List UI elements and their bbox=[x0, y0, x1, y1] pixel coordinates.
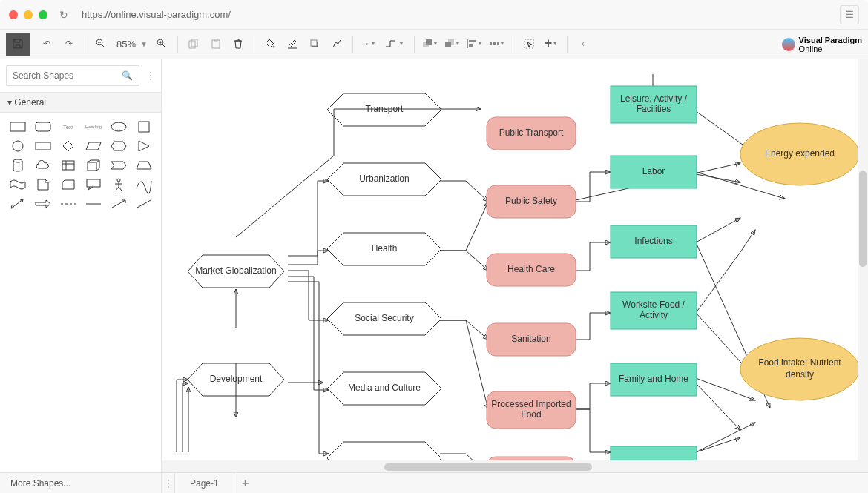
svg-line-40 bbox=[119, 187, 122, 191]
shape-ellipse[interactable] bbox=[110, 120, 128, 133]
node-transport[interactable]: Transport bbox=[366, 104, 404, 114]
page-handle-icon[interactable]: ⋮ bbox=[162, 473, 175, 494]
search-options-icon[interactable]: ⋮ bbox=[146, 70, 155, 81]
shape-heading[interactable]: Heading bbox=[85, 120, 102, 133]
shape-process[interactable] bbox=[34, 139, 52, 153]
svg-rect-32 bbox=[62, 161, 74, 170]
category-general[interactable]: ▾ General bbox=[0, 92, 161, 113]
style-button[interactable] bbox=[326, 33, 348, 56]
svg-rect-25 bbox=[10, 122, 25, 131]
delete-button[interactable] bbox=[227, 33, 249, 56]
node-market[interactable]: Market Globalization bbox=[195, 265, 276, 276]
shape-dashline[interactable] bbox=[59, 197, 77, 211]
window-controls bbox=[9, 10, 47, 19]
connector-type-button[interactable]: → ▼ bbox=[358, 33, 380, 56]
zoom-in-button[interactable] bbox=[151, 33, 173, 56]
node-development[interactable]: Development bbox=[210, 374, 263, 384]
vertical-scrollbar[interactable] bbox=[858, 59, 868, 460]
close-window-icon[interactable] bbox=[9, 10, 18, 19]
shape-curve[interactable] bbox=[135, 178, 153, 191]
shape-diamond[interactable] bbox=[59, 139, 77, 153]
zoom-out-button[interactable] bbox=[90, 33, 112, 56]
align-button[interactable]: ▼ bbox=[464, 33, 486, 56]
shape-triangle[interactable] bbox=[135, 139, 153, 153]
node-labor[interactable]: Labor bbox=[642, 166, 665, 176]
node-social[interactable]: Social Security bbox=[355, 313, 413, 323]
distribute-button[interactable]: ▼ bbox=[486, 33, 508, 56]
shape-callout[interactable] bbox=[85, 178, 102, 191]
svg-point-36 bbox=[117, 179, 120, 182]
shape-table[interactable] bbox=[59, 159, 77, 172]
reload-icon[interactable]: ↻ bbox=[59, 9, 68, 21]
node-leisure2: Facilities bbox=[637, 104, 671, 114]
svg-line-4 bbox=[162, 44, 165, 47]
node-pub-trans[interactable]: Public Transport bbox=[499, 128, 564, 138]
search-icon[interactable]: 🔍 bbox=[122, 70, 133, 81]
shape-trapezoid[interactable] bbox=[135, 159, 153, 172]
minimize-window-icon[interactable] bbox=[24, 10, 33, 19]
more-shapes-link[interactable]: More Shapes... bbox=[0, 473, 162, 493]
shape-rounded[interactable] bbox=[34, 120, 52, 133]
svg-line-1 bbox=[102, 44, 105, 47]
add-button[interactable]: +▼ bbox=[540, 33, 562, 56]
shape-line-thin[interactable] bbox=[85, 197, 102, 211]
sidebar: 🔍 ⋮ ▾ General Text Heading bbox=[0, 59, 162, 472]
shape-cloud[interactable] bbox=[34, 159, 52, 172]
to-back-button[interactable]: ▼ bbox=[441, 33, 464, 56]
menu-icon[interactable]: ☰ bbox=[840, 5, 859, 24]
add-page-button[interactable]: + bbox=[234, 473, 257, 494]
shadow-button[interactable] bbox=[303, 33, 326, 56]
node-urbanization[interactable]: Urbanization bbox=[359, 173, 409, 184]
shape-arrow[interactable] bbox=[34, 197, 52, 211]
shape-cube[interactable] bbox=[85, 159, 102, 172]
node-health[interactable]: Health bbox=[372, 243, 398, 254]
logo-line1: Visual Paradigm bbox=[799, 36, 862, 44]
shape-step[interactable] bbox=[110, 159, 128, 172]
url-bar[interactable]: https://online.visual-paradigm.com/ bbox=[76, 6, 831, 23]
shape-card[interactable] bbox=[59, 178, 77, 191]
shape-actor[interactable] bbox=[110, 178, 128, 191]
fill-button[interactable] bbox=[259, 33, 281, 56]
maximize-window-icon[interactable] bbox=[39, 10, 47, 19]
shape-parallelogram[interactable] bbox=[85, 139, 102, 153]
shape-hexagon[interactable] bbox=[110, 139, 128, 153]
shape-note[interactable] bbox=[34, 178, 52, 191]
shape-rect[interactable] bbox=[9, 120, 27, 133]
save-button[interactable] bbox=[6, 33, 30, 56]
svg-rect-21 bbox=[490, 42, 492, 45]
horizontal-scrollbar[interactable] bbox=[162, 460, 858, 472]
search-input[interactable] bbox=[6, 65, 139, 86]
waypoint-button[interactable]: ▼ bbox=[380, 33, 410, 56]
shape-biarrow[interactable] bbox=[9, 197, 27, 211]
zoom-level[interactable]: 85% bbox=[115, 39, 137, 50]
svg-rect-30 bbox=[36, 142, 50, 150]
node-infections[interactable]: Infections bbox=[634, 236, 672, 246]
paste-button[interactable] bbox=[205, 33, 227, 56]
redo-button[interactable]: ↷ bbox=[58, 33, 80, 56]
node-health-care[interactable]: Health Care bbox=[507, 264, 555, 274]
page-tab-1[interactable]: Page-1 bbox=[175, 473, 234, 493]
shape-square[interactable] bbox=[135, 120, 153, 133]
node-energy[interactable]: Energy expended bbox=[765, 148, 835, 159]
canvas[interactable]: Market Globalization Development Media A… bbox=[162, 59, 868, 472]
svg-point-31 bbox=[13, 159, 22, 162]
node-pub-safety[interactable]: Public Safety bbox=[505, 196, 557, 206]
node-sanitation[interactable]: Sanitation bbox=[511, 334, 550, 344]
selection-button[interactable] bbox=[518, 33, 540, 56]
shape-text[interactable]: Text bbox=[59, 120, 77, 133]
stroke-button[interactable] bbox=[281, 33, 303, 56]
shape-cylinder[interactable] bbox=[9, 159, 27, 172]
chevron-left-icon[interactable]: ‹ bbox=[572, 33, 594, 56]
shape-connector[interactable] bbox=[110, 197, 128, 211]
to-front-button[interactable]: ▼ bbox=[419, 33, 441, 56]
node-worksite2: Activity bbox=[640, 310, 668, 320]
shape-circle[interactable] bbox=[9, 139, 27, 153]
shape-line-diag[interactable] bbox=[135, 197, 153, 211]
undo-button[interactable]: ↶ bbox=[36, 33, 58, 56]
copy-button[interactable] bbox=[183, 33, 205, 56]
svg-line-43 bbox=[137, 200, 151, 208]
node-family[interactable]: Family and Home bbox=[619, 374, 688, 384]
shape-tape[interactable] bbox=[9, 178, 27, 191]
logo[interactable]: Visual ParadigmOnline bbox=[782, 36, 862, 53]
node-media-cult[interactable]: Media and Culture bbox=[348, 383, 421, 393]
